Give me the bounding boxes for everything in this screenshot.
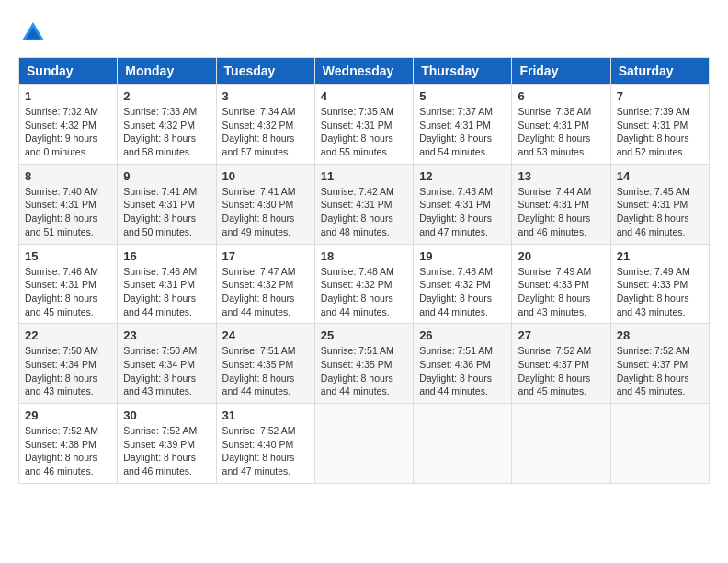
sunset-text: Sunset: 4:31 PM (321, 120, 392, 131)
sunset-text: Sunset: 4:35 PM (222, 359, 294, 370)
daylight-text: Daylight: 8 hours and 54 minutes. (419, 132, 492, 157)
sunset-text: Sunset: 4:32 PM (321, 279, 392, 290)
calendar-cell: 28 Sunrise: 7:52 AM Sunset: 4:37 PM Dayl… (610, 324, 709, 404)
calendar-cell: 16 Sunrise: 7:46 AM Sunset: 4:31 PM Dayl… (118, 244, 216, 324)
sunrise-text: Sunrise: 7:51 AM (321, 345, 394, 356)
daylight-text: Daylight: 8 hours and 49 minutes. (222, 213, 295, 237)
cell-info: Sunrise: 7:52 AM Sunset: 4:37 PM Dayligh… (518, 344, 604, 398)
daylight-text: Daylight: 8 hours and 44 minutes. (123, 293, 196, 317)
day-number: 4 (321, 89, 407, 103)
sunrise-text: Sunrise: 7:52 AM (617, 345, 690, 356)
cell-info: Sunrise: 7:49 AM Sunset: 4:33 PM Dayligh… (518, 265, 604, 319)
daylight-text: Daylight: 8 hours and 45 minutes. (617, 373, 689, 397)
day-number: 15 (25, 249, 111, 263)
daylight-text: Daylight: 8 hours and 47 minutes. (419, 213, 492, 237)
day-number: 10 (222, 169, 309, 183)
calendar-cell (314, 404, 413, 484)
cell-info: Sunrise: 7:40 AM Sunset: 4:31 PM Dayligh… (25, 185, 111, 239)
day-number: 17 (222, 249, 309, 263)
sunset-text: Sunset: 4:31 PM (518, 199, 589, 210)
sunrise-text: Sunrise: 7:35 AM (321, 106, 394, 117)
day-number: 30 (123, 408, 210, 422)
sunrise-text: Sunrise: 7:33 AM (123, 106, 197, 117)
cell-info: Sunrise: 7:41 AM Sunset: 4:31 PM Dayligh… (123, 185, 210, 239)
daylight-text: Daylight: 8 hours and 46 minutes. (518, 213, 590, 237)
sunset-text: Sunset: 4:32 PM (123, 120, 195, 131)
cell-info: Sunrise: 7:51 AM Sunset: 4:36 PM Dayligh… (419, 344, 506, 398)
calendar-cell: 6 Sunrise: 7:38 AM Sunset: 4:31 PM Dayli… (512, 85, 610, 165)
sunset-text: Sunset: 4:31 PM (617, 199, 688, 210)
cell-info: Sunrise: 7:38 AM Sunset: 4:31 PM Dayligh… (518, 105, 604, 159)
daylight-text: Daylight: 8 hours and 43 minutes. (25, 373, 97, 397)
day-number: 1 (25, 89, 111, 103)
sunrise-text: Sunrise: 7:40 AM (25, 186, 98, 197)
daylight-text: Daylight: 8 hours and 46 minutes. (123, 452, 196, 477)
sunset-text: Sunset: 4:33 PM (518, 279, 589, 290)
sunset-text: Sunset: 4:34 PM (25, 359, 97, 370)
sunrise-text: Sunrise: 7:51 AM (419, 345, 493, 356)
sunrise-text: Sunrise: 7:47 AM (222, 266, 296, 277)
cell-info: Sunrise: 7:52 AM Sunset: 4:40 PM Dayligh… (222, 424, 309, 478)
day-number: 7 (617, 89, 703, 103)
sunset-text: Sunset: 4:40 PM (222, 439, 294, 450)
sunrise-text: Sunrise: 7:32 AM (25, 106, 98, 117)
cell-info: Sunrise: 7:51 AM Sunset: 4:35 PM Dayligh… (321, 344, 407, 398)
sunrise-text: Sunrise: 7:49 AM (617, 266, 690, 277)
week-row-5: 29 Sunrise: 7:52 AM Sunset: 4:38 PM Dayl… (19, 404, 710, 484)
sunset-text: Sunset: 4:31 PM (123, 279, 195, 290)
sunset-text: Sunset: 4:31 PM (419, 199, 491, 210)
calendar-cell: 1 Sunrise: 7:32 AM Sunset: 4:32 PM Dayli… (19, 85, 118, 165)
day-number: 6 (518, 89, 604, 103)
cell-info: Sunrise: 7:44 AM Sunset: 4:31 PM Dayligh… (518, 185, 604, 239)
day-number: 29 (25, 408, 111, 422)
cell-info: Sunrise: 7:46 AM Sunset: 4:31 PM Dayligh… (25, 265, 111, 319)
calendar-table: SundayMondayTuesdayWednesdayThursdayFrid… (18, 57, 710, 484)
day-number: 11 (321, 169, 407, 183)
calendar-cell (512, 404, 610, 484)
sunset-text: Sunset: 4:39 PM (123, 439, 195, 450)
sunrise-text: Sunrise: 7:45 AM (617, 186, 690, 197)
daylight-text: Daylight: 8 hours and 44 minutes. (321, 373, 393, 397)
sunrise-text: Sunrise: 7:41 AM (222, 186, 296, 197)
day-number: 13 (518, 169, 604, 183)
day-number: 28 (617, 328, 703, 342)
day-number: 25 (321, 328, 407, 342)
calendar-cell: 12 Sunrise: 7:43 AM Sunset: 4:31 PM Dayl… (414, 164, 512, 244)
column-header-wednesday: Wednesday (314, 58, 413, 85)
calendar-cell: 31 Sunrise: 7:52 AM Sunset: 4:40 PM Dayl… (216, 404, 314, 484)
cell-info: Sunrise: 7:52 AM Sunset: 4:38 PM Dayligh… (25, 424, 111, 478)
daylight-text: Daylight: 8 hours and 51 minutes. (25, 213, 97, 237)
cell-info: Sunrise: 7:47 AM Sunset: 4:32 PM Dayligh… (222, 265, 309, 319)
day-number: 14 (617, 169, 703, 183)
sunrise-text: Sunrise: 7:39 AM (617, 106, 690, 117)
calendar-cell: 17 Sunrise: 7:47 AM Sunset: 4:32 PM Dayl… (216, 244, 314, 324)
daylight-text: Daylight: 8 hours and 44 minutes. (321, 293, 393, 317)
day-number: 18 (321, 249, 407, 263)
cell-info: Sunrise: 7:43 AM Sunset: 4:31 PM Dayligh… (419, 185, 506, 239)
day-number: 8 (25, 169, 111, 183)
daylight-text: Daylight: 8 hours and 45 minutes. (518, 373, 590, 397)
day-number: 26 (419, 328, 506, 342)
sunrise-text: Sunrise: 7:44 AM (518, 186, 591, 197)
day-number: 23 (123, 328, 210, 342)
cell-info: Sunrise: 7:50 AM Sunset: 4:34 PM Dayligh… (25, 344, 111, 398)
daylight-text: Daylight: 8 hours and 43 minutes. (518, 293, 590, 317)
calendar-cell: 22 Sunrise: 7:50 AM Sunset: 4:34 PM Dayl… (19, 324, 118, 404)
sunset-text: Sunset: 4:31 PM (321, 199, 392, 210)
daylight-text: Daylight: 8 hours and 57 minutes. (222, 132, 295, 157)
cell-info: Sunrise: 7:42 AM Sunset: 4:31 PM Dayligh… (321, 185, 407, 239)
sunrise-text: Sunrise: 7:52 AM (123, 425, 197, 436)
day-number: 21 (617, 249, 703, 263)
calendar-cell: 24 Sunrise: 7:51 AM Sunset: 4:35 PM Dayl… (216, 324, 314, 404)
day-number: 24 (222, 328, 309, 342)
sunset-text: Sunset: 4:31 PM (617, 120, 688, 131)
cell-info: Sunrise: 7:51 AM Sunset: 4:35 PM Dayligh… (222, 344, 309, 398)
sunrise-text: Sunrise: 7:46 AM (123, 266, 197, 277)
day-number: 16 (123, 249, 210, 263)
sunrise-text: Sunrise: 7:38 AM (518, 106, 591, 117)
day-number: 2 (123, 89, 210, 103)
calendar-cell: 2 Sunrise: 7:33 AM Sunset: 4:32 PM Dayli… (118, 85, 216, 165)
daylight-text: Daylight: 8 hours and 52 minutes. (617, 132, 689, 157)
cell-info: Sunrise: 7:45 AM Sunset: 4:31 PM Dayligh… (617, 185, 703, 239)
sunset-text: Sunset: 4:31 PM (419, 120, 491, 131)
